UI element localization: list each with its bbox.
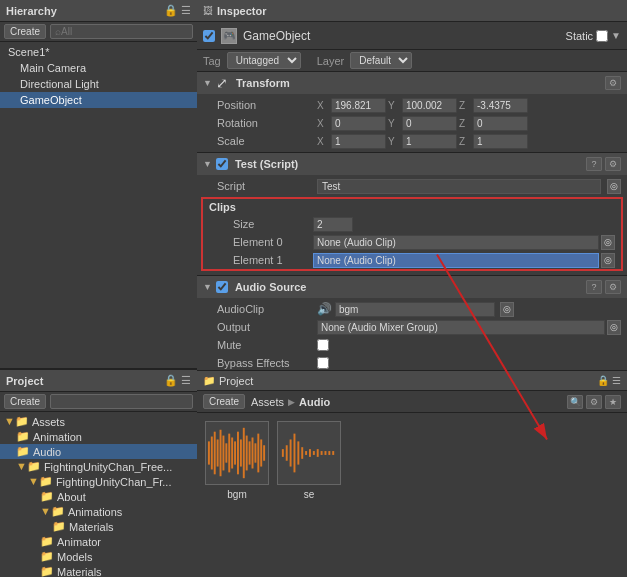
gameobject-active-checkbox[interactable] xyxy=(203,30,215,42)
hierarchy-create-button[interactable]: Create xyxy=(4,24,46,39)
svg-rect-3 xyxy=(208,441,210,464)
tree-item-assets[interactable]: ▼📁 Assets xyxy=(0,414,197,429)
element1-row: Element 1 ◎ xyxy=(203,251,621,269)
audioclip-input[interactable] xyxy=(335,302,495,317)
breadcrumb-assets[interactable]: Assets xyxy=(251,396,284,408)
rotation-x-input[interactable] xyxy=(331,116,386,131)
tree-item-animation[interactable]: 📁 Animation xyxy=(0,429,197,444)
tree-item-fightingunity2[interactable]: ▼📁 FightingUnityChan_Fr... xyxy=(0,474,197,489)
hierarchy-hamburger-icon[interactable]: ☰ xyxy=(181,4,191,17)
element1-label: Element 1 xyxy=(233,254,313,266)
tree-item-materials[interactable]: 📁 Materials xyxy=(0,519,197,534)
asset-se[interactable]: se xyxy=(277,421,341,569)
test-script-title: Test (Script) xyxy=(235,158,582,170)
svg-rect-26 xyxy=(290,439,292,466)
audio-clip-icon: 🔊 xyxy=(317,302,332,316)
hierarchy-item-directionallight[interactable]: Directional Light xyxy=(0,76,197,92)
asset-browser-settings-icon[interactable]: ⚙ xyxy=(586,395,602,409)
hierarchy-search-input[interactable] xyxy=(50,24,193,39)
script-input[interactable] xyxy=(317,179,601,194)
transform-body: Position X Y Z Rotation X xyxy=(197,94,627,152)
audio-source-settings-icon[interactable]: ⚙ xyxy=(605,280,621,294)
asset-bgm[interactable]: bgm xyxy=(205,421,269,569)
svg-rect-30 xyxy=(305,451,307,455)
tag-select[interactable]: Untagged xyxy=(227,52,301,69)
position-x-input[interactable] xyxy=(331,98,386,113)
tree-item-audio[interactable]: 📁 Audio xyxy=(0,444,197,459)
audioclip-pick-button[interactable]: ◎ xyxy=(500,302,514,317)
gameobject-bar: 🎮 GameObject Static ▼ xyxy=(197,22,627,50)
svg-rect-37 xyxy=(332,451,334,455)
element1-pick-button[interactable]: ◎ xyxy=(601,253,615,268)
hierarchy-toolbar: Create xyxy=(0,22,197,42)
audio-folder-icon: 📁 xyxy=(16,445,30,458)
position-y-input[interactable] xyxy=(402,98,457,113)
static-dropdown-icon[interactable]: ▼ xyxy=(611,30,621,41)
audio-source-help-icon[interactable]: ? xyxy=(586,280,602,294)
audio-source-header[interactable]: ▼ Audio Source ? ⚙ xyxy=(197,276,627,298)
script-pick-button[interactable]: ◎ xyxy=(607,179,621,194)
hierarchy-item-gameobject[interactable]: GameObject xyxy=(0,92,197,108)
output-row: Output ◎ xyxy=(197,318,627,336)
models-folder-icon: 📁 xyxy=(40,550,54,563)
asset-browser-create-button[interactable]: Create xyxy=(203,394,245,409)
mute-checkbox[interactable] xyxy=(317,339,329,351)
breadcrumb-audio[interactable]: Audio xyxy=(299,396,330,408)
element1-input[interactable] xyxy=(313,253,599,268)
output-pick-button[interactable]: ◎ xyxy=(607,320,621,335)
asset-bgm-label: bgm xyxy=(227,489,246,500)
scale-label: Scale xyxy=(217,135,317,147)
test-script-enabled-checkbox[interactable] xyxy=(216,158,228,170)
tree-item-materials2[interactable]: 📁 Materials xyxy=(0,564,197,577)
scale-z-input[interactable] xyxy=(473,134,528,149)
audioclip-label: AudioClip xyxy=(217,303,317,315)
tree-item-models[interactable]: 📁 Models xyxy=(0,549,197,564)
rotation-y-input[interactable] xyxy=(402,116,457,131)
project-hamburger-icon[interactable]: ☰ xyxy=(181,374,191,387)
hierarchy-lock-icon[interactable]: 🔒 xyxy=(164,4,178,17)
transform-settings-icon[interactable]: ⚙ xyxy=(605,76,621,90)
assets-folder-icon: ▼📁 xyxy=(4,415,29,428)
tree-item-about[interactable]: 📁 About xyxy=(0,489,197,504)
asset-browser-search-icon[interactable]: 🔍 xyxy=(567,395,583,409)
asset-browser-hamburger-icon[interactable]: ☰ xyxy=(612,375,621,386)
hierarchy-item-maincamera[interactable]: Main Camera xyxy=(0,60,197,76)
tree-item-animator[interactable]: 📁 Animator xyxy=(0,534,197,549)
svg-rect-25 xyxy=(286,445,288,461)
audio-source-enabled-checkbox[interactable] xyxy=(216,281,228,293)
script-row: Script ◎ xyxy=(197,177,627,195)
scale-x-input[interactable] xyxy=(331,134,386,149)
scale-y-input[interactable] xyxy=(402,134,457,149)
position-z-input[interactable] xyxy=(473,98,528,113)
asset-browser-lock-icon[interactable]: 🔒 xyxy=(597,375,609,386)
tree-item-animations[interactable]: ▼📁 Animations xyxy=(0,504,197,519)
project-search-input[interactable] xyxy=(50,394,193,409)
element0-pick-button[interactable]: ◎ xyxy=(601,235,615,250)
test-script-help-icon[interactable]: ? xyxy=(586,157,602,171)
output-input[interactable] xyxy=(317,320,605,335)
audio-source-body: AudioClip 🔊 ◎ Output ◎ xyxy=(197,298,627,370)
hierarchy-item-scene[interactable]: Scene1* xyxy=(0,44,197,60)
asset-browser-title: Project xyxy=(219,375,253,387)
element0-input[interactable] xyxy=(313,235,599,250)
asset-se-label: se xyxy=(304,489,315,500)
project-folder-icon: 📁 xyxy=(203,375,215,386)
size-input[interactable] xyxy=(313,217,353,232)
static-checkbox[interactable] xyxy=(596,30,608,42)
test-script-header[interactable]: ▼ Test (Script) ? ⚙ xyxy=(197,153,627,175)
svg-rect-5 xyxy=(214,432,216,475)
svg-rect-17 xyxy=(249,441,251,464)
test-script-settings-icon[interactable]: ⚙ xyxy=(605,157,621,171)
element0-field: ◎ xyxy=(313,235,615,250)
layer-select[interactable]: Default xyxy=(350,52,412,69)
project-lock-icon[interactable]: 🔒 xyxy=(164,374,178,387)
rotation-z-input[interactable] xyxy=(473,116,528,131)
transform-header[interactable]: ▼ ⤢ Transform ⚙ xyxy=(197,72,627,94)
tree-item-fightingunity1[interactable]: ▼📁 FightingUnityChan_Free... xyxy=(0,459,197,474)
asset-browser-star-icon[interactable]: ★ xyxy=(605,395,621,409)
bypass-checkbox[interactable] xyxy=(317,357,329,369)
project-section: Project 🔒 ☰ Create ▼📁 Assets 📁 Animation xyxy=(0,370,197,577)
project-create-button[interactable]: Create xyxy=(4,394,46,409)
rotation-inputs: X Y Z xyxy=(317,116,621,131)
inspector-scroll[interactable]: 🎮 GameObject Static ▼ Tag Untagged Layer… xyxy=(197,22,627,370)
